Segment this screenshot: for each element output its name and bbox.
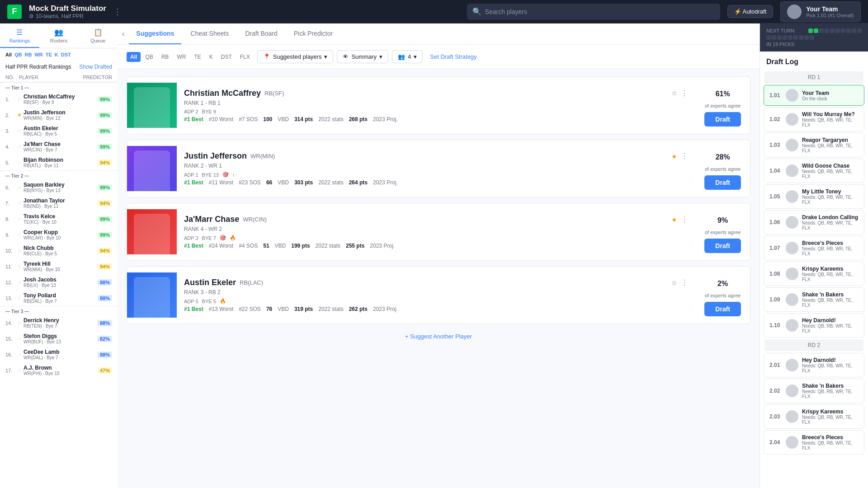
list-item[interactable]: 2. ★ Justin Jefferson WR(MIN) · Bye 13 9…	[0, 107, 118, 123]
more-options-icon[interactable]: ⋮	[681, 152, 688, 160]
rankings-dropdown[interactable]: Half PPR Redraft Rankings	[5, 64, 71, 70]
favorite-star[interactable]: ☆	[671, 279, 677, 286]
list-item[interactable]: 6. ☆ Saquon Barkley RB(NYG) · Bye 13 99%	[0, 179, 118, 195]
player-star[interactable]: ★	[17, 112, 22, 118]
autodraft-button[interactable]: ⚡ Autodraft	[727, 5, 774, 18]
pos-te[interactable]: TE	[190, 52, 204, 62]
tab-cheat-sheets[interactable]: Cheat Sheets	[183, 23, 236, 44]
pos-wr[interactable]: WR	[173, 52, 189, 62]
list-item[interactable]: 4. ☆ Ja'Marr Chase WR(CIN) · Bye 7 99%	[0, 139, 118, 155]
search-bar[interactable]: 🔍	[467, 4, 720, 20]
draft-log-item[interactable]: 1.09 Shake 'n Bakers Needs: QB, RB, WR, …	[764, 287, 864, 312]
filter-dst[interactable]: DST	[61, 52, 71, 57]
pos-dst[interactable]: DST	[217, 52, 236, 62]
player-star[interactable]: ☆	[17, 248, 22, 253]
tab-pick-predictor[interactable]: Pick Predictor	[287, 23, 340, 44]
draft-log-item[interactable]: 2.04 Breece's Pieces Needs: QB, RB, WR, …	[764, 430, 864, 455]
list-item[interactable]: 17. ☆ A.J. Brown WR(PHI) · Bye 10 47%	[0, 362, 118, 378]
player-star[interactable]: ☆	[17, 216, 22, 222]
draft-log-item[interactable]: 1.10 Hey Darnold! Needs: QB, RB, WR, TE,…	[764, 313, 864, 338]
favorite-star[interactable]: ☆	[671, 89, 677, 97]
list-item[interactable]: 3. ☆ Austin Ekeler RB(LAC) · Bye 5 99%	[0, 123, 118, 139]
pos-all[interactable]: All	[127, 52, 141, 62]
list-item[interactable]: 13. ☆ Tony Pollard RB(DAL) · Bye 7 88%	[0, 290, 118, 306]
draft-button[interactable]: Draft	[704, 175, 741, 190]
draft-log-item[interactable]: 2.01 Hey Darnold! Needs: QB, RB, WR, TE,…	[764, 353, 864, 377]
list-item[interactable]: 15. ☆ Stefon Diggs WR(BUF) · Bye 13 82%	[0, 331, 118, 347]
draft-log-item[interactable]: 1.01 Your Team On the clock	[764, 85, 864, 106]
search-input[interactable]	[485, 8, 715, 15]
suggested-players-dropdown[interactable]: 📍 Suggested players ▾	[257, 50, 334, 63]
player-star[interactable]: ☆	[17, 279, 22, 285]
summary-dropdown[interactable]: 👁 Summary ▾	[337, 50, 388, 63]
list-item[interactable]: 8. ☆ Travis Kelce TE(KC) · Bye 10 99%	[0, 211, 118, 227]
player-star[interactable]: ☆	[17, 263, 22, 269]
list-item[interactable]: 11. ☆ Tyreek Hill WR(MIA) · Bye 10 94%	[0, 258, 118, 274]
player-star[interactable]: ☆	[17, 295, 22, 301]
list-item[interactable]: 7. ☆ Jonathan Taylor RB(IND) · Bye 11 94…	[0, 195, 118, 211]
menu-icon[interactable]: ⋮	[113, 7, 122, 17]
pos-rb[interactable]: RB	[158, 52, 173, 62]
team-size-dropdown[interactable]: 👥 4 ▾	[392, 50, 423, 63]
filter-qb[interactable]: QB	[14, 52, 22, 57]
player-star[interactable]: ☆	[17, 128, 22, 134]
more-options-icon[interactable]: ⋮	[681, 215, 688, 224]
player-star[interactable]: ☆	[17, 320, 22, 326]
sos-rank: #23 SOS	[239, 179, 261, 186]
nav-queue[interactable]: 📋 Queue	[78, 23, 118, 48]
filter-wr[interactable]: WR	[34, 52, 42, 57]
player-star[interactable]: ☆	[17, 96, 22, 102]
nav-rosters[interactable]: 👥 Rosters	[39, 23, 79, 48]
show-drafted-button[interactable]: Show Drafted	[79, 64, 112, 70]
draft-button[interactable]: Draft	[704, 112, 741, 127]
player-star[interactable]: ☆	[17, 160, 22, 165]
your-team-button[interactable]: Your Team Pick 1.01 (#1 Overall)	[780, 1, 861, 22]
list-item[interactable]: 14. ☆ Derrick Henry RB(TEN) · Bye 7 88%	[0, 315, 118, 331]
filter-rb[interactable]: RB	[25, 52, 32, 57]
filter-all[interactable]: All	[5, 52, 12, 57]
suggest-another-button[interactable]: + Suggest Another Player	[127, 329, 750, 343]
list-item[interactable]: 16. ☆ CeeDee Lamb WR(DAL) · Bye 7 88%	[0, 347, 118, 362]
draft-button[interactable]: Draft	[704, 239, 741, 253]
list-item[interactable]: 9. ☆ Cooper Kupp WR(LAR) · Bye 10 99%	[0, 227, 118, 243]
filter-te[interactable]: TE	[46, 52, 52, 57]
more-options-icon[interactable]: ⋮	[681, 89, 688, 98]
col-predictor-label[interactable]: PREDICTOR	[83, 75, 112, 80]
list-item[interactable]: 1. ☆ Christian McCaffrey RB(SF) · Bye 9 …	[0, 91, 118, 107]
list-item[interactable]: 12. ☆ Josh Jacobs RB(LV) · Bye 13 88%	[0, 274, 118, 290]
draft-log-item[interactable]: 1.04 Wild Goose Chase Needs: QB, RB, WR,…	[764, 159, 864, 183]
pos-flx[interactable]: FLX	[236, 52, 254, 62]
draft-log-item[interactable]: 2.02 Shake 'n Bakers Needs: QB, RB, WR, …	[764, 379, 864, 403]
expert-label: of experts agree	[705, 230, 741, 235]
filter-k[interactable]: K	[55, 52, 58, 57]
draft-log-item[interactable]: 1.02 Will You Murray Me? Needs: QB, RB, …	[764, 107, 864, 131]
player-star[interactable]: ☆	[17, 232, 22, 238]
draft-button[interactable]: Draft	[704, 302, 741, 316]
more-options-icon[interactable]: ⋮	[681, 278, 688, 287]
draft-log-item[interactable]: 1.07 Breece's Pieces Needs: QB, RB, WR, …	[764, 236, 864, 260]
draft-log-item[interactable]: 1.08 Krispy Kareems Needs: QB, RB, WR, T…	[764, 262, 864, 286]
list-item[interactable]: 5. ☆ Bijan Robinson RB(ATL) · Bye 11 94%	[0, 155, 118, 170]
favorite-star[interactable]: ★	[671, 216, 677, 223]
player-star[interactable]: ☆	[17, 367, 22, 373]
draft-log-item[interactable]: 1.05 My Little Toney Needs: QB, RB, WR, …	[764, 184, 864, 209]
pos-qb[interactable]: QB	[142, 52, 156, 62]
draft-log-item[interactable]: 1.06 Drake London Calling Needs: QB, RB,…	[764, 210, 864, 235]
player-star[interactable]: ☆	[17, 336, 22, 342]
draft-log-item[interactable]: 1.03 Reagor Targaryen Needs: QB, RB, WR,…	[764, 133, 864, 157]
player-star[interactable]: ☆	[17, 144, 22, 150]
collapse-button[interactable]: ‹	[122, 30, 124, 38]
list-item[interactable]: 10. ☆ Nick Chubb RB(CLE) · Bye 5 94%	[0, 243, 118, 258]
pos-k[interactable]: K	[206, 52, 217, 62]
player-info: Josh Jacobs RB(LV) · Bye 13	[24, 277, 96, 288]
favorite-star[interactable]: ★	[671, 153, 677, 160]
draft-log-item[interactable]: 2.03 Krispy Kareems Needs: QB, RB, WR, T…	[764, 404, 864, 429]
player-star[interactable]: ☆	[17, 184, 22, 190]
nav-rankings[interactable]: ☰ Rankings	[0, 23, 39, 48]
best-rank: #1 Best	[184, 306, 203, 312]
set-draft-strategy-link[interactable]: Set Draft Strategy	[430, 53, 476, 60]
player-star[interactable]: ☆	[17, 200, 22, 206]
tab-draft-board[interactable]: Draft Board	[238, 23, 285, 44]
tab-suggestions[interactable]: Suggestions	[129, 23, 181, 44]
player-star[interactable]: ☆	[17, 352, 22, 357]
